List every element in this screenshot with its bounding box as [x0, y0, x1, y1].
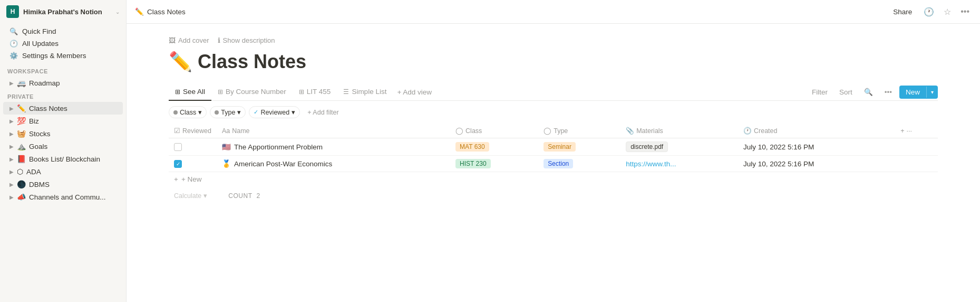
sidebar-item-books[interactable]: ▶ 📕 Books List/ Blockchain — [3, 153, 123, 165]
image-icon: 🖼 — [169, 36, 176, 44]
calculate-label: Calculate — [174, 192, 201, 200]
row-2-name-text: American Post-War Economics — [234, 160, 332, 168]
sidebar: H Himika Prabhat's Notion ⌄ 🔍 Quick Find… — [0, 0, 127, 302]
row-2-name[interactable]: 🥇 American Post-War Economics — [222, 159, 445, 168]
sidebar-item-stocks[interactable]: ▶ 🧺 Stocks — [3, 127, 123, 140]
row-1-name-text: The Apportionment Problem — [234, 143, 323, 151]
sidebar-item-channels[interactable]: ▶ 📣 Channels and Commu... — [3, 191, 123, 203]
row-2-materials-cell[interactable]: https://www.th... — [620, 156, 738, 172]
add-view-button[interactable]: + Add view — [393, 86, 436, 98]
th-reviewed-label: Reviewed — [182, 127, 211, 135]
row-1-class-tag[interactable]: MAT 630 — [455, 142, 489, 152]
row-2-type-tag[interactable]: Section — [544, 159, 573, 168]
row-1-class-cell[interactable]: MAT 630 — [450, 138, 538, 156]
row-1-checkbox[interactable] — [174, 143, 182, 151]
sidebar-item-ada[interactable]: ▶ ⬡ ADA — [3, 165, 123, 178]
tab-see-all[interactable]: ⊞ See All — [169, 83, 211, 101]
row-2-materials-link[interactable]: https://www.th... — [626, 160, 676, 168]
sidebar-item-class-notes[interactable]: ▶ ✏️ Class Notes — [3, 102, 123, 115]
row-2-class-cell[interactable]: HIST 230 — [450, 156, 538, 172]
tab-lit455[interactable]: ⊞ LIT 455 — [293, 83, 337, 101]
circle-icon: ◯ — [544, 127, 551, 135]
table-icon: ⊞ — [299, 88, 304, 96]
info-icon: ℹ — [218, 36, 220, 44]
arrow-icon: ▶ — [9, 131, 14, 137]
ada-icon: ⬡ — [17, 167, 23, 176]
arrow-icon: ▶ — [9, 144, 14, 149]
count-value: 2 — [257, 192, 260, 200]
tab-simple-list[interactable]: ☰ Simple List — [337, 83, 393, 101]
main-area: ✏️ Class Notes Share 🕐 ☆ ••• 🖼 Add cover… — [127, 0, 980, 302]
row-1-type-cell[interactable]: Seminar — [538, 138, 620, 156]
row-2-checkbox[interactable]: ✓ — [174, 160, 182, 168]
stocks-icon: 🧺 — [17, 129, 26, 138]
sidebar-item-label: Biz — [29, 117, 39, 125]
class-filter[interactable]: Class ▾ — [169, 106, 207, 118]
workspace-header[interactable]: H Himika Prabhat's Notion ⌄ — [0, 0, 126, 23]
th-type: ◯ Type — [538, 124, 620, 138]
row-2-extra-cell — [895, 156, 938, 172]
sidebar-item-goals[interactable]: ▶ ⛰️ Goals — [3, 140, 123, 153]
filter-button[interactable]: Filter — [808, 86, 832, 98]
th-add-column[interactable]: + ··· — [895, 124, 938, 138]
channels-icon: 📣 — [17, 193, 26, 201]
reviewed-filter[interactable]: ✓ Reviewed ▾ — [249, 106, 300, 118]
db-tabs: ⊞ See All ⊞ By Course Number ⊞ LIT 455 ☰… — [169, 83, 938, 101]
type-filter[interactable]: Type ▾ — [210, 106, 246, 118]
history-icon[interactable]: 🕐 — [921, 5, 936, 19]
workspace-chevron-icon: ⌄ — [115, 9, 120, 15]
page-content: 🖼 Add cover ℹ Show description ✏️ Class … — [127, 24, 980, 302]
row-1-reviewed-cell[interactable] — [169, 138, 217, 156]
new-button-chevron-icon[interactable]: ▾ — [926, 87, 938, 98]
list-icon: ☰ — [343, 88, 349, 96]
row-2-name-cell[interactable]: 🥇 American Post-War Economics — [217, 156, 450, 172]
tab-label: LIT 455 — [307, 88, 331, 96]
sidebar-nav-label: Settings & Members — [22, 52, 86, 60]
sidebar-item-roadmap[interactable]: ▶ 🚐 Roadmap — [3, 77, 123, 89]
tab-by-course[interactable]: ⊞ By Course Number — [211, 83, 293, 101]
breadcrumb-text: Class Notes — [147, 8, 186, 16]
sidebar-item-all-updates[interactable]: 🕐 All Updates — [3, 37, 123, 50]
more-icon[interactable]: ••• — [958, 5, 972, 18]
dbms-icon: 🌑 — [17, 180, 26, 188]
count-display: COUNT 2 — [212, 192, 260, 200]
row-1-type-tag[interactable]: Seminar — [544, 142, 576, 152]
share-button[interactable]: Share — [889, 6, 916, 18]
row-2-created-cell: July 10, 2022 5:16 PM — [738, 156, 895, 172]
sidebar-item-label: Channels and Commu... — [29, 193, 106, 201]
sort-button[interactable]: Sort — [835, 86, 857, 98]
sidebar-item-settings[interactable]: ⚙️ Settings & Members — [3, 50, 123, 62]
add-row-button[interactable]: + + New — [169, 172, 938, 186]
filter-label: Reviewed — [260, 109, 289, 116]
row-1-name[interactable]: 🇺🇸 The Apportionment Problem — [222, 143, 445, 151]
chevron-down-icon: ▾ — [292, 108, 295, 116]
show-description-button[interactable]: ℹ Show description — [218, 36, 275, 44]
row-2-type-cell[interactable]: Section — [538, 156, 620, 172]
checkbox-icon: ☑ — [174, 127, 180, 135]
count-label-text: COUNT — [228, 192, 252, 200]
search-icon[interactable]: 🔍 — [860, 86, 877, 98]
sidebar-item-dbms[interactable]: ▶ 🌑 DBMS — [3, 178, 123, 191]
sidebar-nav-label: All Updates — [22, 40, 59, 48]
add-filter-button[interactable]: + Add filter — [303, 107, 343, 118]
table-icon: ⊞ — [175, 88, 180, 96]
th-name-label: Name — [232, 127, 249, 135]
row-1-materials-cell[interactable]: discrete.pdf — [620, 138, 738, 156]
add-cover-button[interactable]: 🖼 Add cover — [169, 36, 209, 44]
new-button[interactable]: New ▾ — [899, 86, 938, 99]
calculate-button[interactable]: Calculate ▾ — [169, 188, 212, 203]
books-icon: 📕 — [17, 155, 26, 163]
more-options-icon[interactable]: ••• — [880, 86, 896, 98]
sidebar-item-biz[interactable]: ▶ 💯 Biz — [3, 115, 123, 127]
row-1-name-cell[interactable]: 🇺🇸 The Apportionment Problem — [217, 138, 450, 156]
star-icon[interactable]: ☆ — [942, 5, 953, 19]
add-column-icon[interactable]: + — [900, 127, 904, 135]
row-1-created-value: July 10, 2022 5:16 PM — [743, 143, 814, 151]
row-2-reviewed-cell[interactable]: ✓ — [169, 156, 217, 172]
row-2-class-tag[interactable]: HIST 230 — [455, 159, 490, 168]
sidebar-item-quick-find[interactable]: 🔍 Quick Find — [3, 25, 123, 37]
paperclip-icon: 📎 — [626, 127, 634, 135]
more-columns-icon[interactable]: ··· — [907, 127, 912, 135]
circle-icon: ◯ — [455, 127, 463, 135]
row-1-created-cell: July 10, 2022 5:16 PM — [738, 138, 895, 156]
